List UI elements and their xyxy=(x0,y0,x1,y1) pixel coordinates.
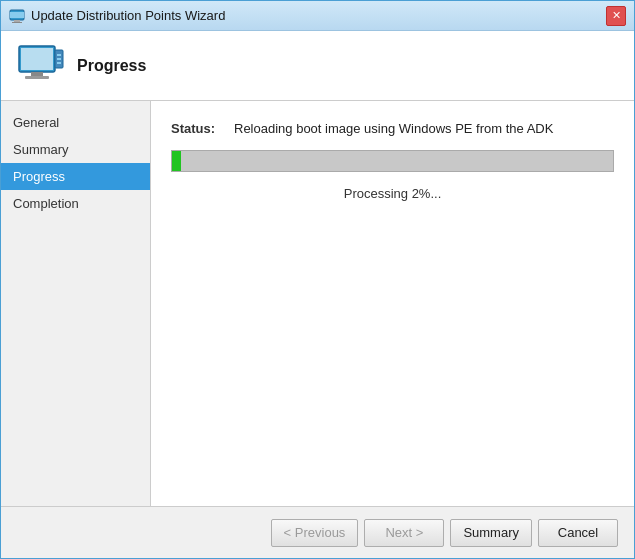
svg-rect-9 xyxy=(57,54,61,56)
cancel-button[interactable]: Cancel xyxy=(538,519,618,547)
footer: < Previous Next > Summary Cancel xyxy=(1,506,634,558)
title-bar-left: Update Distribution Points Wizard xyxy=(9,8,225,24)
sidebar-item-general[interactable]: General xyxy=(1,109,150,136)
svg-rect-2 xyxy=(14,20,20,22)
svg-rect-1 xyxy=(10,12,24,18)
sidebar-item-summary[interactable]: Summary xyxy=(1,136,150,163)
window-title: Update Distribution Points Wizard xyxy=(31,8,225,23)
header-area: Progress xyxy=(1,31,634,101)
svg-rect-11 xyxy=(57,62,61,64)
svg-rect-10 xyxy=(57,58,61,60)
sidebar: General Summary Progress Completion xyxy=(1,101,151,506)
next-button[interactable]: Next > xyxy=(364,519,444,547)
main-content: Status: Reloading boot image using Windo… xyxy=(151,101,634,506)
header-computer-icon xyxy=(17,42,65,90)
summary-button[interactable]: Summary xyxy=(450,519,532,547)
status-text: Reloading boot image using Windows PE fr… xyxy=(234,121,553,136)
progress-bar-container xyxy=(171,150,614,172)
close-button[interactable]: ✕ xyxy=(606,6,626,26)
sidebar-item-progress[interactable]: Progress xyxy=(1,163,150,190)
sidebar-item-completion[interactable]: Completion xyxy=(1,190,150,217)
svg-rect-5 xyxy=(21,48,53,70)
window-icon xyxy=(9,8,25,24)
status-label: Status: xyxy=(171,121,226,136)
svg-rect-7 xyxy=(25,76,49,79)
svg-rect-6 xyxy=(31,72,43,76)
progress-bar-fill xyxy=(172,151,181,171)
svg-rect-3 xyxy=(12,22,22,23)
wizard-window: Update Distribution Points Wizard ✕ Prog… xyxy=(0,0,635,559)
content-area: General Summary Progress Completion Stat… xyxy=(1,101,634,506)
previous-button[interactable]: < Previous xyxy=(271,519,359,547)
title-bar: Update Distribution Points Wizard ✕ xyxy=(1,1,634,31)
header-title: Progress xyxy=(77,57,146,75)
status-row: Status: Reloading boot image using Windo… xyxy=(171,121,614,136)
processing-text: Processing 2%... xyxy=(171,186,614,201)
